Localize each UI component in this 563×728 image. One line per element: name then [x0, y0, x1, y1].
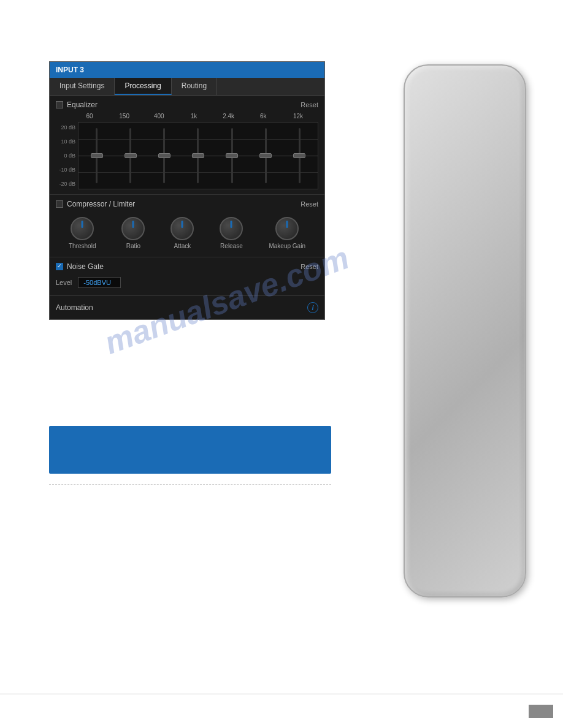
compressor-knobs-row: Threshold Ratio Attack Release Makeup Ga… — [56, 212, 318, 252]
tab-input-settings[interactable]: Input Settings — [50, 78, 115, 95]
eq-freq-1k: 1k — [185, 113, 203, 119]
tabs-bar: Input Settings Processing Routing — [50, 78, 324, 96]
dashed-divider — [49, 484, 331, 485]
noise-gate-label: Noise Gate — [67, 262, 104, 271]
eq-freq-2k4: 2.4k — [220, 113, 238, 119]
level-label: Level — [56, 279, 72, 286]
eq-slider-6k[interactable] — [256, 125, 275, 186]
eq-sliders-area — [78, 122, 318, 189]
threshold-knob[interactable] — [71, 217, 94, 240]
makeup-gain-knob[interactable] — [275, 217, 299, 240]
bottom-right-box — [529, 705, 553, 718]
release-label: Release — [220, 243, 243, 249]
equalizer-section: Equalizer Reset 60 150 400 1k 2.4k 6k 12… — [50, 96, 324, 195]
eq-freq-6k: 6k — [254, 113, 272, 119]
equalizer-reset-button[interactable]: Reset — [301, 101, 318, 108]
automation-row: Automation i — [50, 296, 324, 319]
threshold-label: Threshold — [69, 243, 96, 249]
equalizer-header: Equalizer Reset — [56, 100, 318, 109]
eq-frequency-labels: 60 150 400 1k 2.4k 6k 12k — [56, 113, 318, 119]
noise-gate-reset-button[interactable]: Reset — [301, 263, 318, 270]
knob-attack-col: Attack — [170, 217, 194, 249]
knob-makeup-gain-col: Makeup Gain — [269, 217, 305, 249]
device-silhouette — [404, 64, 526, 597]
eq-freq-150: 150 — [115, 113, 134, 119]
noise-gate-section: Noise Gate Reset Level -50dBVU — [50, 257, 324, 296]
equalizer-label: Equalizer — [67, 100, 98, 109]
eq-slider-2k4[interactable] — [223, 125, 241, 186]
automation-info-icon[interactable]: i — [307, 302, 318, 313]
eq-slider-1k[interactable] — [189, 125, 207, 186]
eq-freq-400: 400 — [150, 113, 168, 119]
eq-container: 20 dB 10 dB 0 dB -10 dB -20 dB — [56, 122, 318, 189]
compressor-reset-button[interactable]: Reset — [301, 200, 318, 208]
main-panel: INPUT 3 Input Settings Processing Routin… — [49, 61, 325, 320]
compressor-checkbox[interactable] — [56, 200, 63, 208]
compressor-label: Compressor / Limiter — [67, 200, 135, 208]
attack-knob[interactable] — [170, 217, 194, 240]
eq-freq-12k: 12k — [289, 113, 307, 119]
noise-gate-content: Level -50dBVU — [56, 275, 318, 290]
eq-freq-60: 60 — [80, 113, 99, 119]
panel-title-text: INPUT 3 — [56, 66, 84, 74]
knob-threshold-col: Threshold — [69, 217, 96, 249]
equalizer-checkbox[interactable] — [56, 101, 63, 108]
tab-processing[interactable]: Processing — [115, 78, 171, 95]
eq-slider-150[interactable] — [121, 125, 140, 186]
ratio-knob[interactable] — [121, 217, 145, 240]
automation-label: Automation — [56, 303, 93, 312]
bottom-divider — [0, 694, 563, 694]
eq-slider-12k[interactable] — [290, 125, 308, 186]
tab-routing[interactable]: Routing — [172, 78, 217, 95]
makeup-gain-label: Makeup Gain — [269, 243, 305, 249]
eq-db-labels: 20 dB 10 dB 0 dB -10 dB -20 dB — [56, 122, 78, 189]
compressor-header: Compressor / Limiter Reset — [56, 200, 318, 208]
knob-ratio-col: Ratio — [121, 217, 145, 249]
panel-title: INPUT 3 — [50, 62, 324, 78]
attack-label: Attack — [174, 243, 191, 249]
blue-banner — [49, 426, 331, 474]
eq-slider-400[interactable] — [155, 125, 174, 186]
noise-gate-checkbox[interactable] — [56, 263, 63, 270]
ratio-label: Ratio — [126, 243, 140, 249]
knob-release-col: Release — [220, 217, 243, 249]
release-knob[interactable] — [220, 217, 243, 240]
level-value[interactable]: -50dBVU — [78, 277, 121, 288]
noise-gate-header: Noise Gate Reset — [56, 262, 318, 271]
compressor-section: Compressor / Limiter Reset Threshold Rat… — [50, 195, 324, 257]
eq-slider-60[interactable] — [88, 125, 106, 186]
